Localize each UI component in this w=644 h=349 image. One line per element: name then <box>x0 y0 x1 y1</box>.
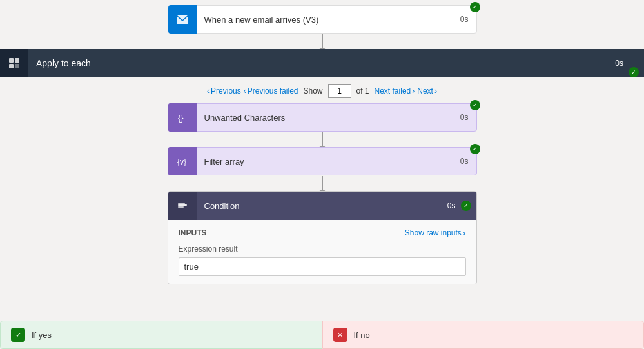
previous-failed-button[interactable]: Previous failed <box>244 86 298 95</box>
branch-no[interactable]: ✕ If no <box>322 321 645 349</box>
arrow-3 <box>322 176 323 190</box>
previous-label: Previous <box>211 86 241 95</box>
arrow-2 <box>322 132 323 146</box>
branch-yes-icon: ✓ <box>11 328 25 342</box>
email-action-label: When a new email arrives (V3) <box>197 15 453 25</box>
next-failed-label: Next failed <box>375 86 411 95</box>
top-action-area: When a new email arrives (V3) 0s ✓ <box>0 0 644 49</box>
branch-yes[interactable]: ✓ If yes <box>0 321 322 349</box>
previous-failed-label: Previous failed <box>248 86 298 95</box>
branches-container: ✓ If yes ✕ If no <box>0 321 644 349</box>
branch-no-label: If no <box>354 330 370 340</box>
email-success-badge: ✓ <box>470 2 480 12</box>
condition-label: Condition <box>197 201 440 211</box>
show-label: Show <box>303 86 322 95</box>
chevron-right-icon <box>434 86 437 95</box>
email-action-icon <box>168 5 197 34</box>
svg-rect-4 <box>15 64 19 68</box>
show-raw-chevron: › <box>463 228 466 238</box>
expression-result-label: Expression result <box>179 244 466 254</box>
pagination-row: Previous Previous failed Show of 1 Next … <box>0 77 644 103</box>
condition-icon <box>168 192 197 220</box>
svg-text:{v}: {v} <box>177 157 186 166</box>
svg-text:{}: {} <box>178 113 184 123</box>
apply-to-each-duration: 0s <box>605 59 634 68</box>
next-failed-button[interactable]: Next failed <box>375 86 415 95</box>
branch-yes-label: If yes <box>32 330 52 340</box>
condition-body: INPUTS Show raw inputs › Expression resu… <box>168 220 476 284</box>
branch-no-icon: ✕ <box>333 328 347 342</box>
unwanted-characters-block[interactable]: {} Unwanted Characters 0s ✓ <box>168 103 477 132</box>
expression-result-value: true <box>179 257 466 276</box>
next-button[interactable]: Next <box>417 86 437 95</box>
condition-header[interactable]: Condition 0s ✓ <box>168 192 476 220</box>
inputs-label: INPUTS <box>179 228 207 237</box>
svg-rect-7 <box>178 204 187 206</box>
email-action-duration: 0s <box>453 15 476 24</box>
apply-to-each-success: ✓ <box>629 67 639 77</box>
show-input[interactable] <box>328 84 351 98</box>
condition-block: Condition 0s ✓ INPUTS Show raw inputs › … <box>168 191 477 284</box>
inputs-row: INPUTS Show raw inputs › <box>179 228 466 238</box>
chevron-left-icon <box>207 86 210 95</box>
svg-rect-8 <box>178 206 184 208</box>
step1-success: ✓ <box>470 100 480 110</box>
filter-array-block[interactable]: {v} Filter array 0s ✓ <box>168 147 477 175</box>
total-label: of 1 <box>356 86 369 95</box>
unwanted-characters-icon: {} <box>168 103 197 132</box>
step2-success: ✓ <box>470 144 480 154</box>
previous-button[interactable]: Previous <box>207 86 241 95</box>
email-action-block[interactable]: When a new email arrives (V3) 0s ✓ <box>168 5 477 34</box>
filter-array-icon: {v} <box>168 147 197 175</box>
svg-rect-1 <box>9 58 14 63</box>
unwanted-characters-duration: 0s <box>453 113 476 122</box>
show-raw-label: Show raw inputs <box>405 228 462 237</box>
svg-rect-2 <box>15 58 19 63</box>
chevron-right-failed-icon <box>412 86 415 95</box>
condition-success: ✓ <box>461 201 471 211</box>
svg-rect-9 <box>178 203 185 204</box>
next-label: Next <box>417 86 433 95</box>
filter-array-label: Filter array <box>197 157 453 166</box>
inner-area: {} Unwanted Characters 0s ✓ {v} Filter a… <box>0 103 644 284</box>
apply-to-each-icon <box>0 49 28 77</box>
main-container: When a new email arrives (V3) 0s ✓ Apply… <box>0 0 644 349</box>
show-raw-inputs-button[interactable]: Show raw inputs › <box>405 228 466 238</box>
unwanted-characters-label: Unwanted Characters <box>197 113 453 123</box>
chevron-left-failed-icon <box>244 86 246 95</box>
apply-to-each-label: Apply to each <box>28 58 605 68</box>
apply-to-each-bar[interactable]: Apply to each 0s ✓ <box>0 49 644 77</box>
arrow-1 <box>322 34 323 48</box>
filter-array-duration: 0s <box>453 157 476 166</box>
condition-duration: 0s <box>440 201 463 210</box>
svg-rect-3 <box>9 64 14 68</box>
